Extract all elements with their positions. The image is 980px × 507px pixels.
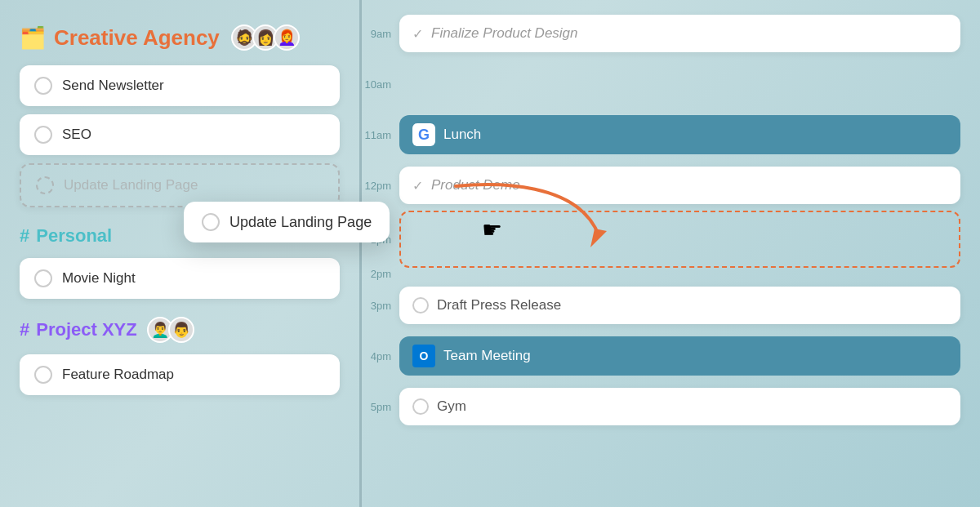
event-checkbox-draft[interactable] [412,297,429,314]
time-2pm: 2pm [362,268,399,280]
calendar-row-1pm: 1pm [362,211,960,268]
event-checkbox-gym[interactable] [412,398,429,415]
task-label-seo: SEO [62,127,91,143]
task-checkbox-update-landing-ghost [36,176,54,194]
personal-section-title: Personal [36,225,112,247]
task-checkbox-movie-night[interactable] [34,269,52,287]
task-send-newsletter[interactable]: Send Newsletter [20,65,340,106]
task-seo[interactable]: SEO [20,114,340,155]
task-label-movie-night: Movie Night [62,270,136,287]
floating-task-label: Update Landing Page [229,214,372,231]
calendar-row-2pm: 2pm [362,268,960,280]
calendar-row-9am: 9am ✓ Finalize Product Design [362,8,960,59]
event-label-draft: Draft Press Release [437,297,561,314]
project-xyz-hash-icon: # [20,319,29,340]
time-4pm: 4pm [362,350,399,362]
time-3pm: 3pm [362,300,399,312]
avatar-xyz-2: 👨 [168,317,194,343]
calendar-row-10am: 10am [362,59,960,109]
time-5pm: 5pm [362,401,399,413]
calendar-row-3pm: 3pm Draft Press Release [362,280,960,331]
personal-hash-icon: # [20,225,29,247]
calendar-row-5pm: 5pm Gym [362,381,960,432]
event-product-demo[interactable]: ✓ Product Demo [399,167,960,204]
drop-zone-1pm[interactable] [399,211,960,268]
task-movie-night[interactable]: Movie Night [20,258,340,299]
avatar-3: 👩‍🦰 [274,24,300,51]
event-label-lunch: Lunch [443,127,481,143]
time-9am: 9am [362,28,399,40]
google-icon: G [412,123,435,146]
task-update-landing-ghost: Update Landing Page [20,163,340,207]
time-10am: 10am [362,78,399,91]
task-label-feature-roadmap: Feature Roadmap [62,367,174,383]
event-draft-press-release[interactable]: Draft Press Release [399,287,960,324]
event-lunch[interactable]: G Lunch [399,115,960,154]
task-feature-roadmap[interactable]: Feature Roadmap [20,354,340,395]
creative-agency-header: 🗂️ Creative Agency 🧔 👩 👩‍🦰 [20,24,340,51]
event-team-meeting[interactable]: O Team Meeting [399,336,960,376]
task-checkbox-feature-roadmap[interactable] [34,366,52,384]
outlook-icon: O [412,345,435,367]
time-11am: 11am [362,129,399,141]
floating-task-checkbox[interactable] [202,213,220,231]
event-label-product-demo: Product Demo [431,177,520,193]
event-check-finalize: ✓ [412,26,423,42]
creative-agency-icon: 🗂️ [20,25,46,51]
calendar-row-11am: 11am G Lunch [362,109,960,160]
project-xyz-avatars: 👨‍🦱 👨 [147,317,194,343]
event-label-team-meeting: Team Meeting [443,348,531,364]
event-finalize-product-design[interactable]: ✓ Finalize Product Design [399,15,960,52]
creative-agency-avatars: 🧔 👩 👩‍🦰 [231,24,300,51]
floating-task-update-landing[interactable]: Update Landing Page [184,202,390,242]
event-check-product-demo: ✓ [412,178,423,193]
creative-agency-title: Creative Agency [54,25,220,51]
task-checkbox-seo[interactable] [34,126,52,144]
calendar-row-12pm: 12pm ✓ Product Demo [362,160,960,211]
task-label-update-landing-ghost: Update Landing Page [64,177,198,193]
event-label-gym: Gym [437,398,466,415]
event-label-finalize: Finalize Product Design [431,25,578,42]
project-xyz-header: # Project XYZ 👨‍🦱 👨 [20,317,340,343]
task-label-send-newsletter: Send Newsletter [62,78,164,94]
project-xyz-title: Project XYZ [36,319,136,340]
right-panel: 9am ✓ Finalize Product Design 10am 11am … [362,0,980,507]
event-gym[interactable]: Gym [399,388,960,425]
calendar-row-4pm: 4pm O Team Meeting [362,331,960,381]
task-checkbox-send-newsletter[interactable] [34,77,52,95]
time-12pm: 12pm [362,180,399,192]
left-panel: 🗂️ Creative Agency 🧔 👩 👩‍🦰 Send Newslett… [0,0,359,507]
